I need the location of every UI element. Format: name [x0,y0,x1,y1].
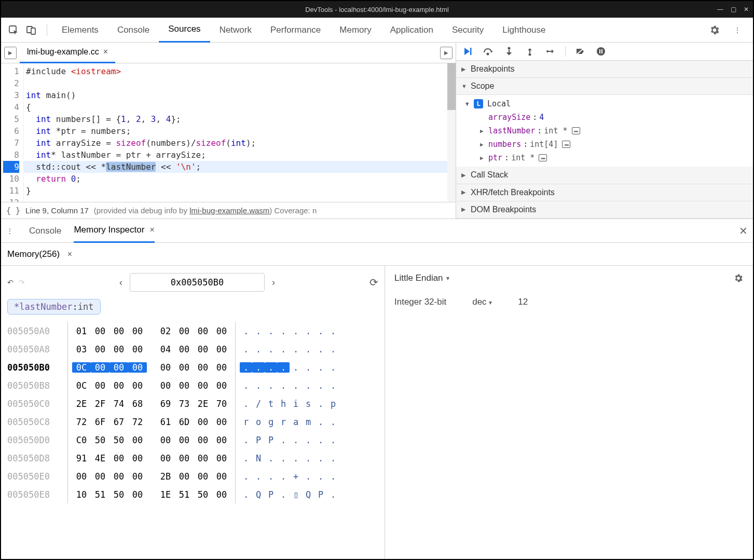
hex-row[interactable]: 005050E8105150001E515000.QP.▯QP. [7,485,378,503]
scope-var-ptr[interactable]: ▶ptr: int * [465,151,753,165]
tab-network[interactable]: Network [210,18,261,43]
tab-elements[interactable]: Elements [52,18,108,43]
value-type-label: Integer 32-bit [394,297,446,307]
debugger-pane: ▶Breakpoints ▼Scope ▼LLocal arraySize: 4… [456,43,753,218]
window-titlebar: DevTools - localhost:4000/lmi-bug-exampl… [1,1,753,18]
value-interpreter-pane: Little Endian ▾ Integer 32-bit dec ▾ 12 [385,266,753,559]
hex-grid[interactable]: 005050A00100000002000000........005050A8… [7,322,378,503]
scope-var-numbers[interactable]: ▶numbers: int[4] [465,138,753,151]
callstack-section[interactable]: ▶Call Stack [456,167,753,184]
drawer-menu-icon[interactable]: ⋮ [6,227,13,235]
devtools-tab-strip: ElementsConsoleSourcesNetworkPerformance… [1,18,753,43]
prev-page-icon[interactable]: ‹ [114,277,128,288]
drawer-console-tab[interactable]: Console [29,219,61,243]
interpreted-value: 12 [518,297,528,307]
device-toggle-icon[interactable] [24,23,38,37]
dom-breakpoints-section[interactable]: ▶DOM Breakpoints [456,201,753,218]
hex-row[interactable]: 005050B80C00000000000000........ [7,376,378,394]
inspect-element-icon[interactable] [6,23,21,37]
next-page-icon[interactable]: › [267,277,280,288]
svg-point-6 [529,53,531,56]
svg-rect-3 [470,48,472,55]
close-icon[interactable]: × [67,250,72,258]
hex-nav: ↶ ↷ ‹ › ⟳ [7,273,378,292]
close-icon[interactable]: × [149,225,154,235]
hex-row[interactable]: 005050D8914E000000000000.N...... [7,449,378,467]
wasm-link[interactable]: lmi-bug-example.wasm [189,206,269,215]
tab-console[interactable]: Console [108,18,159,43]
step-out-icon[interactable] [524,45,536,58]
memory-chip-icon[interactable] [539,154,547,161]
tab-performance[interactable]: Performance [261,18,330,43]
resume-icon[interactable] [461,45,474,58]
breakpoints-section[interactable]: ▶Breakpoints [456,61,753,78]
hex-row[interactable]: 005050C8726F6772616D0000rogram.. [7,413,378,431]
memory-buffer-tab[interactable]: Memory(256) × [7,249,72,259]
hex-row[interactable]: 005050A00100000002000000........ [7,322,378,340]
scope-body: ▼LLocal arraySize: 4▶lastNumber: int *▶n… [456,95,753,167]
sources-more-icon[interactable]: ▶ [440,47,453,59]
scope-var-lastNumber[interactable]: ▶lastNumber: int * [465,124,753,138]
cursor-position: Line 9, Column 17 [25,206,89,215]
tab-lighthouse[interactable]: Lighthouse [493,18,555,43]
sources-code-pane: ▶ lmi-bug-example.cc × ▶ 123456789101112… [1,43,456,218]
close-icon[interactable]: × [103,47,108,57]
tab-memory[interactable]: Memory [330,18,380,43]
tab-application[interactable]: Application [381,18,443,43]
value-settings-icon[interactable] [733,273,744,283]
drawer-close-icon[interactable]: ✕ [739,225,748,237]
code-editor[interactable]: #include <iostream>int main(){ int numbe… [24,63,456,202]
source-file-tab-label: lmi-bug-example.cc [27,47,99,57]
step-icon[interactable] [544,45,557,58]
svg-point-7 [546,50,549,52]
deactivate-breakpoints-icon[interactable] [574,45,586,58]
more-menu-icon[interactable]: ⋮ [730,23,745,37]
tab-security[interactable]: Security [443,18,493,43]
window-minimize-icon[interactable]: — [717,6,723,13]
svg-point-4 [487,52,489,55]
chevron-down-icon: ▾ [489,299,492,306]
address-input[interactable] [130,273,265,292]
memory-buffer-tab-row: Memory(256) × [1,243,753,266]
xhr-breakpoints-section[interactable]: ▶XHR/fetch Breakpoints [456,184,753,201]
local-badge-icon: L [474,99,483,108]
step-into-icon[interactable] [503,45,515,58]
editor-status-bar: { } Line 9, Column 17 (provided via debu… [1,202,456,218]
chevron-down-icon: ▾ [446,275,449,282]
svg-rect-10 [599,49,600,53]
pointer-chip[interactable]: *lastNumber: int [7,299,101,315]
scope-var-arraySize[interactable]: arraySize: 4 [465,111,753,124]
value-format-select[interactable]: dec ▾ [472,297,492,307]
history-back-icon[interactable]: ↶ [7,278,13,286]
memory-chip-icon[interactable] [572,127,580,134]
debugger-toolbar [456,43,753,61]
refresh-icon[interactable]: ⟳ [369,276,378,289]
memory-chip-icon[interactable] [562,141,570,148]
hex-row[interactable]: 005050A80300000004000000........ [7,340,378,358]
tab-sources[interactable]: Sources [159,18,210,43]
svg-rect-11 [601,49,602,53]
sources-navigator-toggle-icon[interactable]: ▶ [4,47,17,59]
history-forward-icon: ↷ [19,278,25,286]
step-over-icon[interactable] [482,45,495,58]
drawer-memory-inspector-tab[interactable]: Memory Inspector × [74,219,154,243]
pause-on-exceptions-icon[interactable] [595,45,607,58]
window-maximize-icon[interactable]: ▢ [731,6,736,13]
scope-local-row[interactable]: ▼LLocal [465,97,753,111]
scope-section[interactable]: ▼Scope [456,78,753,95]
pretty-print-icon[interactable]: { } [6,206,20,215]
code-scrollbar[interactable] [447,63,456,202]
settings-icon[interactable] [707,23,722,37]
window-close-icon[interactable]: ✕ [744,6,749,13]
svg-point-9 [597,47,605,56]
hex-row[interactable]: 005050E0000000002B000000....+... [7,467,378,485]
hex-row[interactable]: 005050D0C050500000000000.PP..... [7,431,378,449]
drawer-tab-strip: ⋮ Console Memory Inspector × ✕ [1,219,753,243]
code-gutter[interactable]: 123456789101112 [1,63,24,202]
window-title: DevTools - localhost:4000/lmi-bug-exampl… [305,6,449,13]
endianness-select[interactable]: Little Endian ▾ [394,273,449,283]
svg-rect-2 [31,28,35,34]
source-file-tab[interactable]: lmi-bug-example.cc × [20,43,115,63]
hex-row[interactable]: 005050C02E2F746869732E70./this.p [7,394,378,413]
hex-row[interactable]: 005050B00C00000000000000........ [7,358,378,376]
